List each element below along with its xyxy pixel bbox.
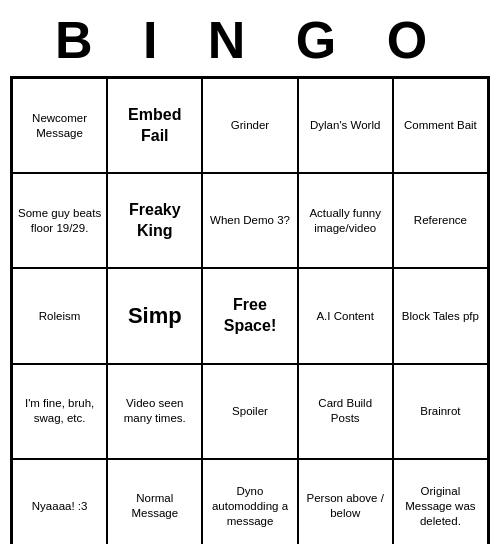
bingo-cell-15: I'm fine, bruh, swag, etc.: [12, 364, 107, 459]
bingo-cell-8: Actually funny image/video: [298, 173, 393, 268]
bingo-grid: Newcomer MessageEmbed FailGrinderDylan's…: [10, 76, 490, 544]
bingo-cell-14: Block Tales pfp: [393, 268, 488, 363]
bingo-cell-12: Free Space!: [202, 268, 297, 363]
bingo-cell-0: Newcomer Message: [12, 78, 107, 173]
bingo-cell-11: Simp: [107, 268, 202, 363]
bingo-cell-13: A.I Content: [298, 268, 393, 363]
bingo-cell-6: Freaky King: [107, 173, 202, 268]
bingo-cell-17: Spoiler: [202, 364, 297, 459]
bingo-cell-4: Comment Bait: [393, 78, 488, 173]
bingo-cell-19: Brainrot: [393, 364, 488, 459]
bingo-cell-21: Normal Message: [107, 459, 202, 544]
bingo-cell-24: Original Message was deleted.: [393, 459, 488, 544]
bingo-cell-23: Person above / below: [298, 459, 393, 544]
bingo-cell-16: Video seen many times.: [107, 364, 202, 459]
bingo-cell-18: Card Build Posts: [298, 364, 393, 459]
bingo-cell-5: Some guy beats floor 19/29.: [12, 173, 107, 268]
bingo-cell-20: Nyaaaa! :3: [12, 459, 107, 544]
bingo-cell-1: Embed Fail: [107, 78, 202, 173]
bingo-title: B I N G O: [10, 10, 490, 70]
bingo-cell-9: Reference: [393, 173, 488, 268]
bingo-cell-10: Roleism: [12, 268, 107, 363]
bingo-cell-7: When Demo 3?: [202, 173, 297, 268]
bingo-cell-2: Grinder: [202, 78, 297, 173]
bingo-cell-3: Dylan's World: [298, 78, 393, 173]
bingo-cell-22: Dyno automodding a message: [202, 459, 297, 544]
